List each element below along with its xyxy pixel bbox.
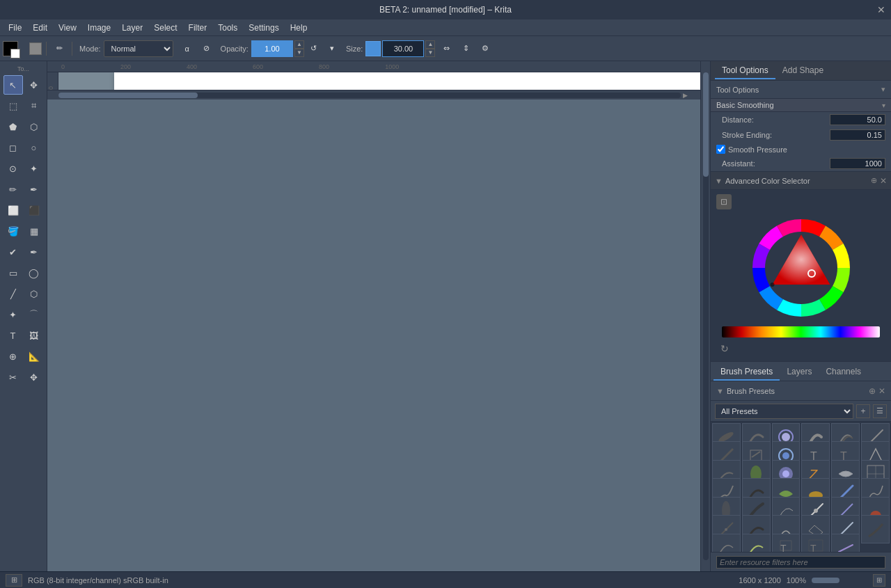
tool-options-collapse[interactable]: ▾ xyxy=(881,85,885,94)
freehand-select[interactable]: ⬟ xyxy=(3,117,23,136)
canvas-inner[interactable]: 0 200 400 600 800 1000 0 xyxy=(47,61,700,571)
smooth-pressure-checkbox[interactable] xyxy=(716,145,725,154)
zoom-slider-thumb[interactable] xyxy=(812,578,839,583)
brush-item-37[interactable] xyxy=(712,534,741,552)
more-options[interactable]: ⚙ xyxy=(477,40,494,57)
menu-settings[interactable]: Settings xyxy=(243,22,284,34)
menu-select[interactable]: Select xyxy=(148,22,182,34)
adv-color-collapse[interactable]: ▼ xyxy=(715,177,723,185)
scroll-right-btn[interactable]: ▶ xyxy=(681,91,689,100)
size-input[interactable]: 30.00 xyxy=(382,40,424,57)
brush-item-41[interactable] xyxy=(831,534,860,552)
h-scrollbar[interactable]: ▶ xyxy=(47,90,700,100)
fill-tool[interactable]: 🪣 xyxy=(3,221,23,241)
zoom-slider[interactable] xyxy=(812,578,867,583)
color-wheel-container[interactable] xyxy=(716,212,885,324)
menu-image[interactable]: Image xyxy=(82,22,116,34)
transform-tool[interactable]: ⬚ xyxy=(3,96,23,116)
mode-select[interactable]: Normal Multiply Screen Overlay xyxy=(104,40,173,57)
bp-menu-btn[interactable]: ☰ xyxy=(873,404,887,418)
path-select[interactable]: ✦ xyxy=(24,159,44,178)
brush-item-40[interactable]: T xyxy=(801,534,830,552)
bp-close[interactable]: ✕ xyxy=(878,386,885,396)
brush-item-36[interactable] xyxy=(861,515,890,543)
tab-brush-presets[interactable]: Brush Presets xyxy=(713,364,780,381)
v-scrollbar[interactable] xyxy=(700,61,710,571)
h-scroll-thumb[interactable] xyxy=(58,93,198,98)
mirror-h[interactable]: ⇔ xyxy=(438,40,455,57)
bp-collapse[interactable]: ▼ xyxy=(716,387,724,395)
distance-input[interactable]: 50.0 xyxy=(830,114,885,125)
brush-resource-field[interactable] xyxy=(716,556,885,569)
foreground-color[interactable] xyxy=(3,41,18,56)
statusbar-icon[interactable]: ⊞ xyxy=(6,574,22,587)
gradient-tool[interactable]: ▦ xyxy=(24,221,44,241)
brush-item-38[interactable] xyxy=(742,534,771,552)
smoothing-collapse[interactable]: ▾ xyxy=(882,102,885,109)
cursor-tool[interactable]: ↖ xyxy=(3,75,23,95)
canvas-viewport[interactable]: Krita Digital Painting. Creative Freedom… xyxy=(58,72,700,90)
bp-pin[interactable]: ⊕ xyxy=(869,386,876,396)
opacity-up[interactable]: ▲ xyxy=(294,40,304,49)
brush-filter-select[interactable]: All Presets Favorites Ink Digital xyxy=(715,404,853,419)
pan-tool[interactable]: ✥ xyxy=(24,75,44,95)
reference-images[interactable]: 🖼 xyxy=(24,326,44,345)
zoom-fit-btn[interactable]: ⊞ xyxy=(873,574,885,587)
star-shape[interactable]: ✦ xyxy=(3,305,23,324)
text-tool[interactable]: T xyxy=(3,326,23,345)
tab-add-shape[interactable]: Add Shape xyxy=(775,63,830,79)
move-tool-2[interactable]: ✥ xyxy=(24,367,44,387)
eraser[interactable]: ⬜ xyxy=(3,200,23,220)
menu-edit[interactable]: Edit xyxy=(27,22,53,34)
erase-btn[interactable]: ⊘ xyxy=(198,40,215,57)
size-up[interactable]: ▲ xyxy=(425,40,435,49)
color-mode-toggle[interactable] xyxy=(29,42,42,55)
menu-file[interactable]: File xyxy=(3,22,27,34)
toolbar-paint-tool[interactable]: ✏ xyxy=(51,40,68,57)
adv-color-close[interactable]: ✕ xyxy=(880,176,887,186)
assistant-input[interactable]: 1000 xyxy=(830,158,885,169)
path-shape[interactable]: ⌒ xyxy=(24,305,44,324)
preserve-alpha-btn[interactable]: α xyxy=(179,40,196,57)
poly-shape[interactable]: ⬡ xyxy=(24,284,44,303)
color-gradient-bar[interactable] xyxy=(722,326,880,337)
white-canvas[interactable]: Krita Digital Painting. Creative Freedom… xyxy=(114,72,700,90)
mirror-v[interactable]: ⇕ xyxy=(457,40,474,57)
close-button[interactable]: ✕ xyxy=(877,4,885,15)
opacity-dropdown[interactable]: ▾ xyxy=(324,40,340,57)
stroke-ending-input[interactable]: 0.15 xyxy=(830,129,885,141)
brush-paint[interactable]: ✏ xyxy=(3,180,23,199)
calligraphy[interactable]: ✒ xyxy=(24,180,44,199)
menu-filter[interactable]: Filter xyxy=(183,22,213,34)
color-picker[interactable]: ✒ xyxy=(24,242,44,262)
ellipse-shape[interactable]: ◯ xyxy=(24,263,44,283)
measure-tool[interactable]: ⌗ xyxy=(24,96,44,116)
color-palette-btn[interactable]: ⊡ xyxy=(716,194,732,209)
h-scroll-track[interactable] xyxy=(58,93,681,98)
brush-item-39[interactable]: T xyxy=(772,534,801,552)
menu-tools[interactable]: Tools xyxy=(212,22,243,34)
ellipse-select[interactable]: ○ xyxy=(24,138,44,157)
lasso-select[interactable]: ⊙ xyxy=(3,159,23,178)
menu-view[interactable]: View xyxy=(53,22,82,34)
v-scroll-thumb[interactable] xyxy=(703,72,709,177)
tab-channels[interactable]: Channels xyxy=(819,364,868,381)
contiguous-select[interactable]: ⬡ xyxy=(24,117,44,136)
tab-layers[interactable]: Layers xyxy=(780,364,819,381)
zoom-tool[interactable]: ⊕ xyxy=(3,347,23,366)
menu-layer[interactable]: Layer xyxy=(116,22,148,34)
rectangle-shape[interactable]: ▭ xyxy=(3,263,23,283)
size-down[interactable]: ▼ xyxy=(425,49,435,57)
menu-help[interactable]: Help xyxy=(285,22,313,34)
tab-tool-options[interactable]: Tool Options xyxy=(715,63,775,79)
opacity-reset[interactable]: ↺ xyxy=(306,40,322,57)
color-refresh-btn[interactable]: ↻ xyxy=(716,342,733,356)
opacity-down[interactable]: ▼ xyxy=(294,49,304,57)
v-scroll-track[interactable] xyxy=(703,72,709,560)
opacity-input[interactable]: 1.00 xyxy=(251,40,293,57)
smart-patch[interactable]: ⬛ xyxy=(24,200,44,220)
line-shape[interactable]: ╱ xyxy=(3,284,23,303)
color-wheel-svg[interactable] xyxy=(746,212,857,324)
adv-color-pin[interactable]: ⊕ xyxy=(871,176,877,185)
bp-add-btn[interactable]: + xyxy=(856,404,870,418)
